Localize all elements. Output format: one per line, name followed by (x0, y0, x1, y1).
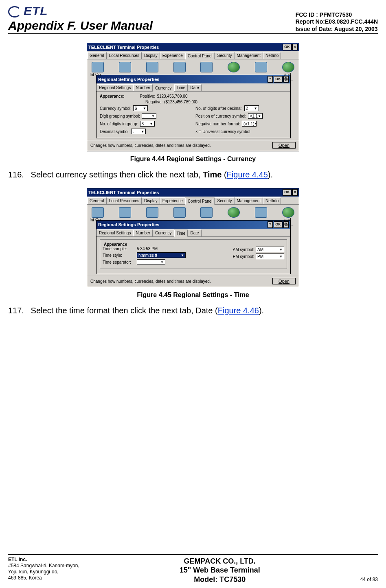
tab-date[interactable]: Date (188, 84, 201, 91)
globe-icon[interactable] (282, 62, 294, 72)
tab-number[interactable]: Number (133, 84, 153, 91)
dialog-title: Regional Settings Properties (98, 222, 267, 227)
help-icon[interactable]: ? (268, 76, 273, 83)
cp-icon[interactable] (119, 62, 131, 72)
cp-icon[interactable] (92, 207, 104, 218)
cp-icon[interactable] (255, 207, 267, 218)
pm-symbol-select[interactable]: PM (256, 254, 284, 259)
cp-icon[interactable] (146, 207, 158, 218)
cp-icon[interactable] (92, 62, 104, 72)
globe-icon[interactable] (282, 207, 294, 218)
tab-display[interactable]: Display (142, 197, 160, 204)
time-separator-select[interactable]: : (137, 259, 165, 265)
appearance-label: Appearance: (100, 94, 125, 98)
appendix-title: Appendix F. User Manual (8, 19, 153, 33)
step-text-b: ). (259, 306, 264, 315)
am-symbol-select[interactable]: AM (256, 247, 284, 252)
help-icon[interactable]: ? (268, 221, 273, 228)
tab-experience[interactable]: Experience (160, 197, 185, 204)
header-meta: FCC ID : PFMTC7530 Report No:E03.0820.FC… (296, 11, 378, 33)
control-panel-icons: Int Op and Co... (87, 59, 299, 75)
tab-control-panel[interactable]: Control Panel (185, 52, 215, 59)
cp-icon[interactable] (173, 62, 186, 72)
tab-experience[interactable]: Experience (160, 52, 185, 59)
digit-grouping-select[interactable]: , (142, 113, 156, 119)
universal-note: × = Universal currency symbol (195, 129, 250, 134)
tab-security[interactable]: Security (215, 52, 234, 59)
cp-icon[interactable] (173, 207, 186, 218)
cp-icon[interactable] (255, 62, 267, 72)
digit-grouping-label: Digit grouping symbol: (100, 114, 140, 118)
cp-icon[interactable] (200, 62, 213, 72)
tab-control-panel[interactable]: Control Panel (185, 198, 215, 205)
tab-display[interactable]: Display (142, 52, 160, 59)
time-sample-label: Time sample: (103, 247, 135, 251)
tab-currency[interactable]: Currency (153, 230, 174, 236)
tab-general[interactable]: General (87, 197, 107, 204)
tab-netinfo[interactable]: NetInfo (263, 197, 281, 204)
ok-button[interactable]: OK (274, 76, 283, 83)
cp-icon[interactable] (146, 62, 158, 72)
figure-caption-445: Figure 4.45 Regional Settings - Time (8, 291, 378, 299)
tab-management[interactable]: Management (235, 52, 263, 59)
tab-date[interactable]: Date (188, 230, 201, 236)
report-no: Report No:E03.0820.FCC.444N (296, 18, 378, 26)
ok-button[interactable]: OK (283, 189, 292, 196)
time-separator-label: Time separator: (103, 260, 135, 264)
step-text-c: ). (268, 170, 273, 179)
issue-date: Issue of Date: August 20, 2003 (296, 26, 378, 33)
tab-general[interactable]: General (87, 52, 107, 59)
control-panel-icons: Int Op and Co... (87, 205, 299, 220)
negative-format-select[interactable]: (×1.1) (242, 121, 257, 127)
step-bold: Time (203, 170, 222, 179)
step-text-a: Select currency settings then click the … (31, 170, 203, 179)
ok-button[interactable]: OK (283, 44, 292, 50)
currency-symbol-select[interactable]: $ (133, 105, 148, 111)
status-text: Changes how numbers, currencies, dates a… (90, 279, 211, 284)
ok-button[interactable]: OK (274, 221, 283, 228)
digits-after-decimal-label: No. of digits after decimal: (195, 106, 243, 111)
tab-netinfo[interactable]: NetInfo (263, 52, 281, 59)
digits-after-decimal-select[interactable]: 2 (244, 105, 259, 111)
tab-local-resources[interactable]: Local Resources (107, 52, 142, 59)
cp-icon[interactable] (200, 207, 213, 218)
clipped-text-right: and Co... (284, 72, 296, 81)
footer-addr1: #584 Sangwhal-ri, Kanam-myon, (8, 563, 79, 569)
time-style-label: Time style: (103, 253, 135, 258)
tab-local-resources[interactable]: Local Resources (107, 197, 142, 204)
footer-center2: 15" Web Base Terminal (180, 566, 260, 575)
negative-value: ($123,456,789.00) (164, 100, 197, 104)
dialog-title: Regional Settings Properties (98, 77, 267, 82)
digits-in-group-select[interactable]: 3 (140, 121, 155, 127)
footer-address: ETL Inc. #584 Sangwhal-ri, Kanam-myon, Y… (8, 557, 79, 581)
tab-regional-settings[interactable]: Regional Settings (96, 84, 133, 91)
globe-icon[interactable] (228, 207, 240, 218)
close-icon[interactable]: × (292, 44, 298, 50)
time-style-select[interactable]: h:mm:ss tt (137, 252, 186, 258)
tab-currency[interactable]: Currency (153, 85, 174, 92)
globe-icon[interactable] (228, 62, 240, 72)
cp-icon[interactable] (119, 207, 131, 218)
tab-security[interactable]: Security (215, 197, 234, 204)
close-icon[interactable]: × (292, 189, 298, 196)
footer-product: GEMPACK CO., LTD. 15" Web Base Terminal … (180, 557, 260, 584)
tab-time[interactable]: Time (174, 230, 188, 237)
regional-settings-dialog: Regional Settings Properties ? OK × Regi… (96, 220, 291, 274)
footer-company: ETL Inc. (8, 557, 79, 563)
currency-position-label: Position of currency symbol: (195, 114, 246, 118)
step-116: 116. Select currency settings then click… (8, 169, 378, 180)
status-text: Changes how numbers, currencies, dates a… (90, 143, 211, 148)
decimal-symbol-select[interactable]: . (131, 129, 146, 134)
tab-regional-settings[interactable]: Regional Settings (96, 230, 133, 236)
currency-position-select[interactable]: ×1.1 (248, 113, 263, 119)
tab-management[interactable]: Management (235, 197, 263, 204)
tab-number[interactable]: Number (133, 230, 153, 236)
open-button[interactable]: Open (272, 142, 296, 149)
regional-settings-dialog: Regional Settings Properties ? OK × Regi… (96, 75, 291, 138)
open-button[interactable]: Open (272, 278, 296, 284)
figure-link-445[interactable]: Figure 4.45 (227, 170, 268, 179)
fcc-id: FCC ID : PFMTC7530 (296, 11, 378, 19)
figure-link-446[interactable]: Figure 4.46 (218, 306, 259, 315)
tab-time[interactable]: Time (174, 84, 188, 91)
footer-addr2: Yoju-kun, Kyounggi-do, (8, 569, 79, 575)
